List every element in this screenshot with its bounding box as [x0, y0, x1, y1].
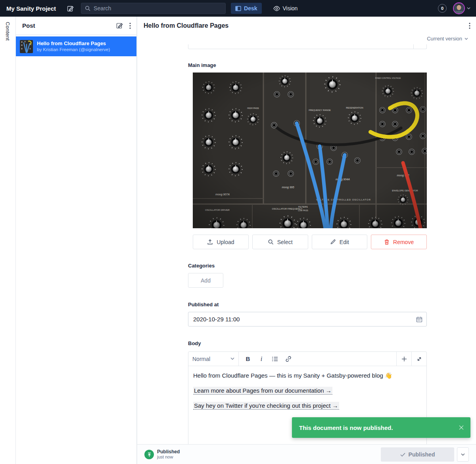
sanity-studio: My Sanity Project [0, 0, 476, 464]
insert-block-button[interactable] [396, 352, 411, 366]
image-actions: Upload Select [193, 235, 427, 249]
body-label: Body [188, 340, 201, 346]
vision-label: Vision [283, 5, 298, 11]
slug-generate-divider [413, 44, 414, 49]
add-category-button[interactable]: Add [188, 273, 223, 288]
project-title[interactable]: My Sanity Project [6, 5, 56, 12]
new-post-button[interactable] [116, 22, 123, 29]
publish-status-title: Published [157, 449, 180, 454]
document-menu-button[interactable] [469, 23, 470, 29]
post-thumbnail [20, 40, 33, 53]
pane-menu-button[interactable] [129, 23, 131, 29]
account-caret-icon[interactable] [467, 7, 470, 10]
navbar-right: 0 [438, 2, 476, 14]
upload-label: Upload [217, 239, 234, 245]
desk-icon [235, 6, 241, 11]
docs-link[interactable]: Learn more about Pages from our document… [193, 387, 332, 395]
compose-icon [67, 5, 74, 12]
post-list-pane: Post [16, 17, 137, 464]
check-icon [400, 453, 405, 457]
rail-tab-content[interactable]: Content [5, 22, 11, 41]
published-at-field [188, 312, 427, 327]
pencil-icon [330, 239, 336, 245]
upload-button[interactable]: Upload [193, 235, 249, 249]
bold-button[interactable]: B [242, 353, 254, 365]
document-form: Main image [137, 44, 476, 444]
publish-status-time: just now [157, 454, 173, 459]
avatar[interactable] [453, 2, 465, 14]
body-text[interactable]: Hello from Cloudflare Pages — this is my… [188, 366, 426, 422]
fullscreen-button[interactable] [411, 352, 426, 366]
search-icon [268, 239, 274, 245]
select-label: Select [277, 239, 293, 245]
post-list-item-selected[interactable]: Hello from Cloudflare Pages by Kristian … [16, 36, 136, 56]
publish-toast: This document is now published. [292, 417, 470, 438]
italic-button[interactable]: i [255, 353, 267, 365]
tab-desk[interactable]: Desk [231, 3, 261, 14]
remove-button[interactable]: Remove [371, 235, 427, 249]
close-icon[interactable] [459, 425, 464, 430]
upload-icon [207, 239, 213, 245]
global-search[interactable] [81, 3, 226, 14]
pane-title: Post [22, 22, 35, 29]
style-value: Normal [192, 356, 210, 362]
search-input[interactable] [94, 5, 222, 11]
document-title: Hello from Cloudflare Pages [144, 22, 228, 29]
tab-vision[interactable]: Vision [269, 3, 302, 14]
trash-icon [384, 239, 390, 245]
edit-label: Edit [340, 239, 349, 245]
chevron-down-icon [230, 357, 234, 360]
document-footer: Published just now Published [137, 444, 476, 464]
toast-message: This document is now published. [299, 424, 393, 431]
categories-label: Categories [188, 263, 215, 269]
remove-label: Remove [393, 239, 414, 245]
content-rail: Content [0, 17, 16, 464]
link-button[interactable] [282, 353, 294, 365]
document-pane: Hello from Cloudflare Pages Current vers… [137, 17, 476, 464]
post-item-title: Hello from Cloudflare Pages [37, 40, 110, 47]
main-image-preview[interactable]: moog 907A HIGH PASS moog 995 FREQUENCY R… [193, 73, 427, 228]
eye-icon [273, 6, 280, 11]
format-buttons: B i [239, 352, 396, 366]
publish-status-icon [144, 450, 154, 459]
publish-button-label: Published [409, 451, 435, 458]
post-item-subtitle: by Kristian Freeman (@signalnerve) [37, 47, 110, 53]
main-image-label: Main image [188, 62, 216, 68]
publish-button[interactable]: Published [381, 447, 454, 462]
style-selector[interactable]: Normal [188, 352, 239, 366]
search-icon [85, 6, 90, 11]
editor-toolbar: Normal B i [188, 352, 426, 366]
desk-label: Desk [244, 5, 257, 11]
slug-field-partial[interactable] [188, 44, 427, 49]
publish-menu-button[interactable] [457, 447, 469, 462]
published-at-input[interactable] [188, 316, 416, 323]
version-selector[interactable]: Current version [427, 36, 468, 42]
notification-badge[interactable]: 0 [438, 4, 447, 13]
edit-button[interactable]: Edit [312, 235, 368, 249]
body-paragraph: Hello from Cloudflare Pages — this is my… [193, 371, 422, 380]
calendar-icon[interactable] [416, 316, 422, 323]
version-label: Current version [427, 36, 462, 42]
chevron-down-icon [464, 38, 468, 40]
select-button[interactable]: Select [252, 235, 308, 249]
post-list-header: Post [16, 17, 136, 35]
twitter-link[interactable]: Say hey on Twitter if you're checking ou… [193, 402, 339, 410]
new-document-button[interactable] [65, 3, 76, 14]
top-navbar: My Sanity Project [0, 0, 476, 17]
bullet-list-button[interactable] [269, 353, 281, 365]
published-at-label: Published at [188, 302, 219, 307]
document-header: Hello from Cloudflare Pages Current vers… [137, 17, 476, 44]
